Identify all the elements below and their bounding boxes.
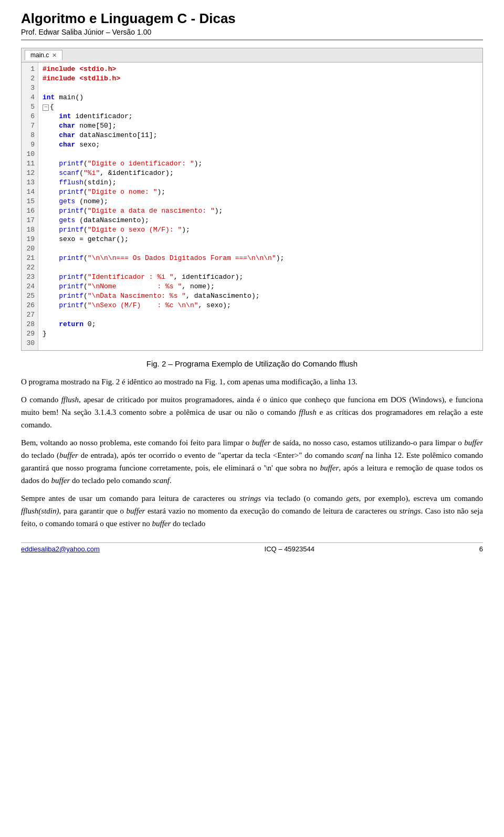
paragraph-4: Sempre antes de usar um comando para lei…	[21, 492, 483, 530]
code-line: printf("\nData Nascimento: %s ", dataNas…	[43, 291, 478, 301]
paragraph-2: O comando fflush, apesar de criticado po…	[21, 393, 483, 431]
code-line	[43, 263, 478, 273]
code-editor: main.c ✕ 1234567891011121314151617181920…	[21, 48, 483, 351]
code-line: char nome[50];	[43, 121, 478, 131]
code-line: #include <stdio.h>	[43, 65, 478, 74]
paragraph-3: Bem, voltando ao nosso problema, este co…	[21, 436, 483, 487]
code-line: char dataNascimento[11];	[43, 131, 478, 140]
footer-icq: ICQ – 45923544	[265, 545, 314, 553]
code-line: char sexo;	[43, 140, 478, 150]
code-line: #include <stdlib.h>	[43, 74, 478, 83]
code-line: printf("Digite a data de nascimento: ");	[43, 206, 478, 216]
code-line: }	[43, 329, 478, 339]
code-line: int main()	[43, 93, 478, 102]
code-line: gets (dataNascimento);	[43, 216, 478, 225]
code-line: int identificador;	[43, 112, 478, 121]
code-line: printf("Digite o sexo (M/F): ");	[43, 225, 478, 235]
code-line: printf("Digite o nome: ");	[43, 187, 478, 197]
editor-body: 1234567891011121314151617181920212223242…	[22, 62, 482, 350]
code-line: gets (nome);	[43, 197, 478, 206]
fig-caption: Fig. 2 – Programa Exemplo de Utilização …	[21, 359, 483, 368]
editor-tab-bar: main.c ✕	[22, 48, 482, 62]
code-area: #include <stdio.h>#include <stdlib.h> in…	[38, 62, 482, 350]
tab-close-icon[interactable]: ✕	[52, 52, 57, 59]
footer-email[interactable]: eddiesaliba2@yahoo.com	[21, 545, 100, 553]
code-line	[43, 150, 478, 159]
code-line: return 0;	[43, 320, 478, 329]
code-line: scanf("%i", &identificador);	[43, 169, 478, 178]
code-line	[43, 339, 478, 348]
code-line	[43, 244, 478, 254]
tab-label: main.c	[30, 51, 49, 59]
editor-tab-main[interactable]: main.c ✕	[25, 50, 62, 60]
code-line: printf("Digite o identificador: ");	[43, 159, 478, 169]
code-line: sexo = getchar();	[43, 235, 478, 244]
paragraph-1: O programa mostrado na Fig. 2 é idêntico…	[21, 375, 483, 388]
code-line: printf("\nSexo (M/F) : %c \n\n", sexo);	[43, 301, 478, 310]
code-line: printf("Identificador : %i ", identifica…	[43, 273, 478, 282]
code-line: printf("\nNome : %s ", nome);	[43, 282, 478, 291]
fig-caption-text: Fig. 2 – Programa Exemplo de Utilização …	[146, 359, 358, 368]
code-line: fflush(stdin);	[43, 178, 478, 187]
line-numbers: 1234567891011121314151617181920212223242…	[22, 62, 38, 350]
page-title: Algoritmo e Linguagem C - Dicas	[21, 11, 483, 27]
code-line: printf("\n\n\n=== Os Dados Digitados For…	[43, 254, 478, 263]
code-line	[43, 310, 478, 320]
footer-page: 6	[479, 545, 483, 553]
code-line	[43, 83, 478, 93]
code-line: −{	[43, 102, 478, 112]
footer: eddiesaliba2@yahoo.com ICQ – 45923544 6	[21, 542, 483, 553]
page-subtitle: Prof. Edwar Saliba Júnior – Versão 1.00	[21, 28, 483, 36]
page-header: Algoritmo e Linguagem C - Dicas Prof. Ed…	[21, 11, 483, 40]
header-divider	[21, 39, 483, 40]
